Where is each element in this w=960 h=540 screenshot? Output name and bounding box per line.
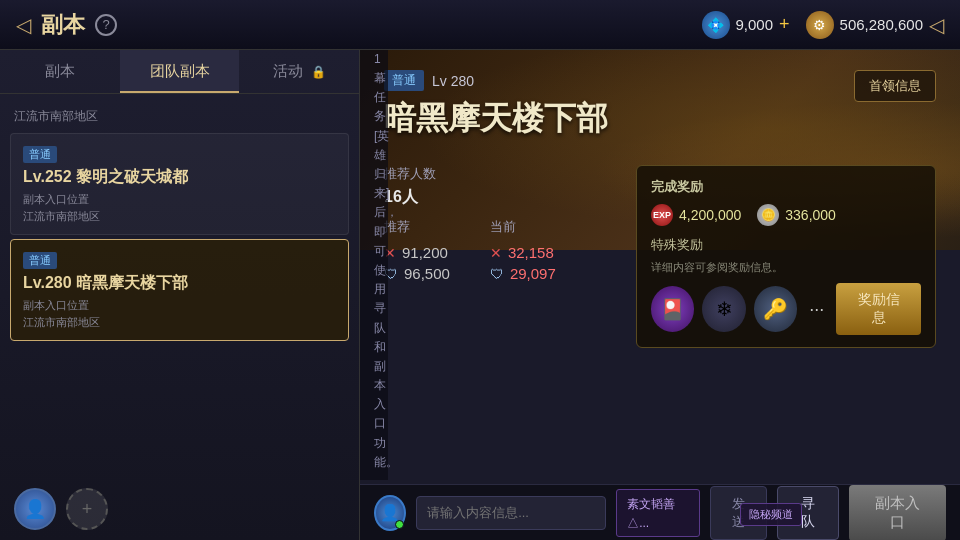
- dungeon1-name: Lv.252 黎明之破天城都: [23, 167, 336, 188]
- dungeon1-badge: 普通: [23, 146, 57, 163]
- dungeon-level-text: Lv 280: [432, 73, 474, 89]
- tab-bar: 副本 团队副本 活动 🔒: [0, 50, 359, 94]
- stat-current-atk: ✕ 32,158: [490, 244, 556, 261]
- currency2-icon: ⚙: [806, 11, 834, 39]
- shield-icon-2: 🛡: [490, 266, 504, 282]
- channel-badge: 隐秘频道: [740, 503, 802, 526]
- avatar-1[interactable]: 👤: [14, 488, 56, 530]
- currency1-value: 9,000: [736, 16, 774, 33]
- left-panel: 副本 团队副本 活动 🔒 江流市南部地区 普通 Lv.252 黎明之破天城都 副…: [0, 50, 360, 540]
- special-icon-1[interactable]: 🎴: [651, 286, 694, 332]
- reward-info-button[interactable]: 奖励信息: [836, 283, 921, 335]
- special-reward-title: 特殊奖励: [651, 236, 921, 254]
- currency-area: 💠 9,000 + ⚙ 506,280,600 ◁: [702, 11, 944, 39]
- dungeon-item-2[interactable]: 普通 Lv.280 暗黑摩天楼下部 副本入口位置 江流市南部地区: [10, 239, 349, 341]
- dungeon2-badge: 普通: [23, 252, 57, 269]
- dungeon2-name: Lv.280 暗黑摩天楼下部: [23, 273, 336, 294]
- right-panel: 普通 Lv 280 暗黑摩天楼下部 首领信息 推荐人数 16人 推荐 ✕ 91,…: [360, 50, 960, 540]
- currency2-value: 506,280,600: [840, 16, 923, 33]
- stat-recommend-def-value: 96,500: [404, 265, 450, 282]
- chat-input[interactable]: [416, 496, 606, 530]
- top-bar: ◁ 副本 ? 💠 9,000 + ⚙ 506,280,600 ◁: [0, 0, 960, 50]
- main-container: 副本 团队副本 活动 🔒 江流市南部地区 普通 Lv.252 黎明之破天城都 副…: [0, 50, 960, 540]
- stat-current-def-value: 29,097: [510, 265, 556, 282]
- bottom-bar: 👤 素文韬善△... 发送 寻队 副本入口: [360, 484, 960, 540]
- dungeon-normal-badge: 普通: [384, 70, 424, 91]
- currency2-arrow-icon[interactable]: ◁: [929, 13, 944, 37]
- rewards-card: 完成奖励 EXP 4,200,000 🪙 336,000 特殊奖励 详细内容可参…: [636, 165, 936, 348]
- chat-name-badge: 素文韬善△...: [616, 489, 700, 537]
- avatar-section: 👤 +: [0, 478, 359, 540]
- page-title: 副本: [41, 10, 85, 40]
- tab-team-dungeon[interactable]: 团队副本: [120, 50, 240, 93]
- coin-icon: 🪙: [757, 204, 779, 226]
- currency1-add-button[interactable]: +: [779, 14, 790, 35]
- stats-current: 当前 ✕ 32,158 🛡 29,097: [490, 218, 556, 282]
- chat-avatar: 👤: [374, 495, 406, 531]
- special-icons-row: 🎴 ❄ 🔑 ··· 奖励信息: [651, 283, 921, 335]
- area-label: 江流市南部地区: [0, 102, 359, 129]
- bottom-notice: ℹ 完成异界第1幕任务[英雄归来]后，即可使用寻队和副本入口功能。: [360, 0, 388, 480]
- dungeon1-meta: 副本入口位置 江流市南部地区: [23, 191, 336, 224]
- title-area: ◁ 副本 ?: [16, 10, 117, 40]
- currency1-icon: 💠: [702, 11, 730, 39]
- special-reward-desc: 详细内容可参阅奖励信息。: [651, 260, 921, 275]
- tab-dungeon[interactable]: 副本: [0, 50, 120, 93]
- special-icon-3[interactable]: 🔑: [754, 286, 797, 332]
- stat-recommend-atk-value: 91,200: [402, 244, 448, 261]
- dungeon-list: 江流市南部地区 普通 Lv.252 黎明之破天城都 副本入口位置 江流市南部地区…: [0, 94, 359, 478]
- complete-reward-title: 完成奖励: [651, 178, 921, 196]
- back-icon[interactable]: ◁: [16, 13, 31, 37]
- special-icon-2[interactable]: ❄: [702, 286, 745, 332]
- more-icons-button[interactable]: ···: [805, 299, 828, 320]
- stat-recommend-atk: ✕ 91,200: [384, 244, 450, 261]
- exp-icon: EXP: [651, 204, 673, 226]
- stat-current-atk-value: 32,158: [508, 244, 554, 261]
- tab-activity[interactable]: 活动 🔒: [239, 50, 359, 93]
- exp-value: 4,200,000: [679, 207, 741, 223]
- reward-row: EXP 4,200,000 🪙 336,000: [651, 204, 921, 226]
- recommend-stats-label: 推荐: [384, 218, 450, 236]
- dungeon2-meta: 副本入口位置 江流市南部地区: [23, 297, 336, 330]
- help-button[interactable]: ?: [95, 14, 117, 36]
- enter-dungeon-button[interactable]: 副本入口: [849, 485, 946, 541]
- coin-reward: 🪙 336,000: [757, 204, 836, 226]
- dungeon-level-badge: 普通 Lv 280: [384, 70, 474, 91]
- stats-recommend: 推荐 ✕ 91,200 🛡 96,500: [384, 218, 450, 282]
- chat-username: 素文韬善△...: [627, 497, 675, 530]
- currency-2: ⚙ 506,280,600 ◁: [806, 11, 944, 39]
- online-indicator: [395, 520, 404, 529]
- tab-lock-icon: 🔒: [311, 65, 326, 79]
- boss-info-button[interactable]: 首领信息: [854, 70, 936, 102]
- cross-icon-2: ✕: [490, 245, 502, 261]
- stat-current-def: 🛡 29,097: [490, 265, 556, 282]
- currency-1: 💠 9,000 +: [702, 11, 790, 39]
- coin-value: 336,000: [785, 207, 836, 223]
- avatar-2[interactable]: +: [66, 488, 108, 530]
- current-stats-label: 当前: [490, 218, 556, 236]
- dungeon-title: 暗黑摩天楼下部: [384, 97, 936, 141]
- exp-reward: EXP 4,200,000: [651, 204, 741, 226]
- dungeon-item-1[interactable]: 普通 Lv.252 黎明之破天城都 副本入口位置 江流市南部地区: [10, 133, 349, 235]
- stat-recommend-def: 🛡 96,500: [384, 265, 450, 282]
